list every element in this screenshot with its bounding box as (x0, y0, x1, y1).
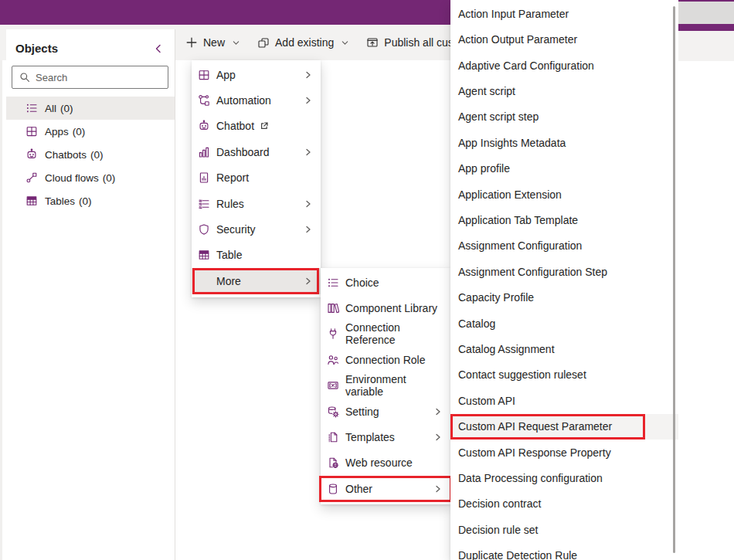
menu-item-label: More (216, 275, 241, 287)
automation-icon (198, 94, 211, 107)
page-left-gutter (0, 60, 2, 560)
menu-item-app[interactable]: App (192, 62, 321, 87)
chevron-down-icon (232, 39, 240, 47)
dashboard-icon (198, 146, 211, 158)
menu-item-label: Choice (345, 277, 379, 289)
search-input[interactable] (12, 66, 168, 89)
decorative-purple-bar (678, 24, 734, 31)
menu-item-agent-script[interactable]: Agent script (450, 78, 678, 104)
sidebar-item-apps[interactable]: Apps(0) (6, 120, 175, 143)
security-icon (198, 223, 211, 236)
sidebar-item-cloud-flows[interactable]: Cloud flows(0) (6, 166, 175, 189)
component-library-icon (327, 302, 340, 314)
menu-item-label: Table (216, 249, 242, 261)
menu-item-catalog[interactable]: Catalog (450, 311, 678, 336)
add-existing-button[interactable]: Add existing (257, 36, 349, 49)
menu-item-report[interactable]: Report (192, 165, 321, 191)
menu-item-choice[interactable]: Choice (321, 270, 450, 295)
menu-item-application-tab-template[interactable]: Application Tab Template (450, 207, 678, 232)
rules-icon (198, 198, 211, 210)
menu-item-custom-api-request-parameter[interactable]: Custom API Request Parameter (450, 414, 678, 440)
menu-item-duplicate-detection-rule[interactable]: Duplicate Detection Rule (450, 543, 678, 560)
menu-item-connection-reference[interactable]: Connection Reference (321, 321, 450, 347)
menu-item-table[interactable]: Table (192, 243, 321, 268)
menu-item-more[interactable]: More (192, 268, 321, 294)
sidebar-item-chatbots[interactable]: Chatbots(0) (6, 143, 175, 166)
external-link-icon (260, 121, 269, 131)
menu-item-app-insights-metadata[interactable]: App Insights Metadata (450, 130, 678, 155)
menu-item-label: Other (345, 483, 372, 495)
menu-item-label: Chatbot (216, 120, 254, 132)
menu-item-application-extension[interactable]: Application Extension (450, 182, 678, 207)
menu-item-dashboard[interactable]: Dashboard (192, 139, 321, 165)
menu-item-automation[interactable]: Automation (192, 87, 321, 113)
decorative-light-gray-block (678, 31, 734, 61)
menu-item-other[interactable]: Other (321, 476, 450, 501)
plus-icon (185, 36, 198, 49)
chevron-right-icon (433, 433, 443, 442)
new-button[interactable]: New (185, 36, 240, 49)
other-submenu: Action Input ParameterAction Output Para… (450, 0, 678, 560)
sidebar-header: Objects (6, 29, 175, 55)
menu-item-component-library[interactable]: Component Library (321, 295, 450, 321)
app-icon (198, 69, 211, 81)
menu-item-assignment-configuration[interactable]: Assignment Configuration (450, 233, 678, 259)
menu-item-decision-rule-set[interactable]: Decision rule set (450, 517, 678, 542)
collapse-pane-button[interactable] (153, 43, 164, 54)
menu-item-decision-contract[interactable]: Decision contract (450, 491, 678, 517)
menu-item-label: Connection Reference (345, 321, 443, 346)
menu-item-web-resource[interactable]: Web resource (321, 450, 450, 476)
chevron-right-icon (304, 148, 313, 157)
menu-item-setting[interactable]: Setting (321, 399, 450, 424)
sidebar-item-label: Tables (45, 195, 75, 207)
report-icon (198, 171, 211, 184)
table-icon (198, 249, 211, 261)
menu-scrollbar[interactable] (673, 6, 675, 553)
menu-item-label: Environment variable (345, 373, 443, 398)
web-resource-icon (327, 456, 340, 469)
menu-item-label: Dashboard (216, 146, 270, 158)
sidebar-item-all[interactable]: All(0) (6, 97, 175, 120)
sidebar-nav-list: All(0)Apps(0)Chatbots(0)Cloud flows(0)Ta… (6, 97, 175, 212)
new-button-label: New (203, 36, 225, 49)
menu-item-environment-variable[interactable]: Environment variable (321, 373, 450, 399)
menu-item-connection-role[interactable]: Connection Role (321, 347, 450, 372)
sidebar-item-label: Chatbots (45, 149, 87, 161)
chevron-right-icon (304, 277, 313, 286)
menu-item-rules[interactable]: Rules (192, 191, 321, 216)
menu-item-data-processing-configuration[interactable]: Data Processing configuration (450, 465, 678, 490)
menu-item-contact-suggestion-ruleset[interactable]: Contact suggestion ruleset (450, 362, 678, 388)
menu-item-action-output-parameter[interactable]: Action Output Parameter (450, 26, 678, 52)
chevron-right-icon (433, 484, 443, 494)
menu-item-chatbot[interactable]: Chatbot (192, 114, 321, 139)
menu-item-adaptive-card-configuration[interactable]: Adaptive Card Configuration (450, 53, 678, 78)
menu-item-app-profile[interactable]: App profile (450, 155, 678, 181)
more-submenu: ChoiceComponent LibraryConnection Refere… (321, 268, 450, 504)
menu-item-custom-api[interactable]: Custom API (450, 388, 678, 413)
list-all-icon (25, 102, 38, 114)
menu-item-security[interactable]: Security (192, 216, 321, 242)
menu-item-label: Templates (345, 431, 395, 443)
choice-icon (327, 277, 340, 289)
templates-icon (327, 431, 340, 443)
sidebar-item-count: (0) (90, 149, 104, 161)
menu-item-label: Connection Role (345, 354, 426, 366)
menu-item-label: Component Library (345, 302, 437, 314)
menu-item-capacity-profile[interactable]: Capacity Profile (450, 284, 678, 310)
publish-icon (366, 36, 379, 49)
menu-item-label: App (216, 69, 236, 81)
add-existing-button-label: Add existing (275, 36, 334, 49)
menu-item-assignment-configuration-step[interactable]: Assignment Configuration Step (450, 259, 678, 284)
sidebar-item-tables[interactable]: Tables(0) (6, 189, 175, 212)
menu-item-label: Setting (345, 406, 379, 418)
chevron-right-icon (304, 96, 313, 105)
menu-item-custom-api-response-property[interactable]: Custom API Response Property (450, 440, 678, 465)
menu-item-action-input-parameter[interactable]: Action Input Parameter (450, 1, 678, 26)
menu-item-agent-script-step[interactable]: Agent script step (450, 104, 678, 130)
chatbot-icon (198, 120, 211, 132)
menu-item-templates[interactable]: Templates (321, 424, 450, 450)
chevron-right-icon (304, 225, 313, 234)
menu-item-catalog-assignment[interactable]: Catalog Assignment (450, 336, 678, 361)
other-icon (327, 483, 340, 495)
menu-item-label: Web resource (345, 456, 413, 469)
